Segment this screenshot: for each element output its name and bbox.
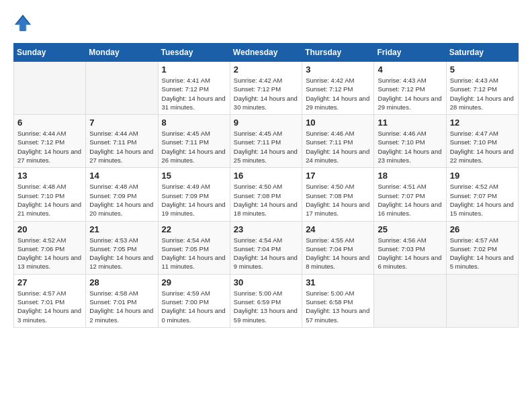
day-number: 4 <box>378 64 442 75</box>
day-number: 15 <box>162 171 226 181</box>
calendar-cell <box>446 274 518 327</box>
calendar-cell: 15Sunrise: 4:49 AM Sunset: 7:09 PM Dayli… <box>158 168 230 221</box>
day-info: Sunrise: 5:00 AM Sunset: 6:58 PM Dayligh… <box>306 289 370 324</box>
calendar-cell: 5Sunrise: 4:43 AM Sunset: 7:12 PM Daylig… <box>446 62 518 115</box>
logo-icon <box>13 13 32 32</box>
day-info: Sunrise: 4:45 AM Sunset: 7:11 PM Dayligh… <box>162 129 226 165</box>
day-info: Sunrise: 4:57 AM Sunset: 7:01 PM Dayligh… <box>17 289 82 324</box>
day-info: Sunrise: 4:46 AM Sunset: 7:10 PM Dayligh… <box>378 129 442 165</box>
calendar-cell: 21Sunrise: 4:53 AM Sunset: 7:05 PM Dayli… <box>86 221 158 274</box>
day-info: Sunrise: 4:43 AM Sunset: 7:12 PM Dayligh… <box>378 76 442 111</box>
day-number: 14 <box>89 171 154 181</box>
calendar-cell: 10Sunrise: 4:46 AM Sunset: 7:11 PM Dayli… <box>302 115 374 168</box>
calendar-cell: 20Sunrise: 4:52 AM Sunset: 7:06 PM Dayli… <box>14 221 86 274</box>
day-info: Sunrise: 4:50 AM Sunset: 7:08 PM Dayligh… <box>306 182 370 218</box>
calendar-cell: 26Sunrise: 4:57 AM Sunset: 7:02 PM Dayli… <box>446 221 518 274</box>
calendar-cell: 8Sunrise: 4:45 AM Sunset: 7:11 PM Daylig… <box>158 115 230 168</box>
day-number: 27 <box>17 277 82 287</box>
calendar-week-row: 1Sunrise: 4:41 AM Sunset: 7:12 PM Daylig… <box>14 62 519 115</box>
day-number: 10 <box>306 118 370 128</box>
day-number: 11 <box>378 118 442 128</box>
calendar-cell: 3Sunrise: 4:42 AM Sunset: 7:12 PM Daylig… <box>302 62 374 115</box>
calendar-cell: 30Sunrise: 5:00 AM Sunset: 6:59 PM Dayli… <box>230 274 302 327</box>
calendar-table: SundayMondayTuesdayWednesdayThursdayFrid… <box>13 43 519 328</box>
weekday-header-monday: Monday <box>86 44 158 62</box>
calendar-cell <box>14 62 86 115</box>
day-info: Sunrise: 4:57 AM Sunset: 7:02 PM Dayligh… <box>450 236 515 271</box>
day-number: 19 <box>450 171 515 181</box>
day-info: Sunrise: 4:44 AM Sunset: 7:12 PM Dayligh… <box>17 129 82 165</box>
calendar-cell: 11Sunrise: 4:46 AM Sunset: 7:10 PM Dayli… <box>374 115 446 168</box>
calendar-cell: 4Sunrise: 4:43 AM Sunset: 7:12 PM Daylig… <box>374 62 446 115</box>
weekday-header-thursday: Thursday <box>302 44 374 62</box>
day-number: 24 <box>306 224 370 234</box>
calendar-cell: 13Sunrise: 4:48 AM Sunset: 7:10 PM Dayli… <box>14 168 86 221</box>
day-number: 3 <box>306 64 370 75</box>
calendar-week-row: 13Sunrise: 4:48 AM Sunset: 7:10 PM Dayli… <box>14 168 519 221</box>
day-number: 5 <box>450 64 515 75</box>
calendar-cell: 16Sunrise: 4:50 AM Sunset: 7:08 PM Dayli… <box>230 168 302 221</box>
day-info: Sunrise: 4:48 AM Sunset: 7:10 PM Dayligh… <box>17 182 82 218</box>
calendar-cell: 22Sunrise: 4:54 AM Sunset: 7:05 PM Dayli… <box>158 221 230 274</box>
calendar-week-row: 20Sunrise: 4:52 AM Sunset: 7:06 PM Dayli… <box>14 221 519 274</box>
day-info: Sunrise: 4:44 AM Sunset: 7:11 PM Dayligh… <box>89 129 154 165</box>
calendar-cell: 9Sunrise: 4:45 AM Sunset: 7:11 PM Daylig… <box>230 115 302 168</box>
calendar-cell <box>86 62 158 115</box>
day-info: Sunrise: 4:42 AM Sunset: 7:12 PM Dayligh… <box>234 76 298 111</box>
day-info: Sunrise: 4:52 AM Sunset: 7:06 PM Dayligh… <box>17 236 82 271</box>
calendar-cell: 17Sunrise: 4:50 AM Sunset: 7:08 PM Dayli… <box>302 168 374 221</box>
day-info: Sunrise: 4:53 AM Sunset: 7:05 PM Dayligh… <box>89 236 154 271</box>
day-number: 7 <box>89 118 154 128</box>
calendar-cell: 28Sunrise: 4:58 AM Sunset: 7:01 PM Dayli… <box>86 274 158 327</box>
calendar-cell: 14Sunrise: 4:48 AM Sunset: 7:09 PM Dayli… <box>86 168 158 221</box>
day-info: Sunrise: 4:48 AM Sunset: 7:09 PM Dayligh… <box>89 182 154 218</box>
day-number: 12 <box>450 118 515 128</box>
calendar-cell: 24Sunrise: 4:55 AM Sunset: 7:04 PM Dayli… <box>302 221 374 274</box>
day-number: 30 <box>234 277 298 287</box>
day-info: Sunrise: 4:45 AM Sunset: 7:11 PM Dayligh… <box>234 129 298 165</box>
calendar-cell: 25Sunrise: 4:56 AM Sunset: 7:03 PM Dayli… <box>374 221 446 274</box>
calendar-cell: 6Sunrise: 4:44 AM Sunset: 7:12 PM Daylig… <box>14 115 86 168</box>
svg-marker-1 <box>16 17 30 31</box>
day-info: Sunrise: 4:43 AM Sunset: 7:12 PM Dayligh… <box>450 76 515 111</box>
page-header <box>13 13 519 32</box>
day-number: 17 <box>306 171 370 181</box>
day-number: 23 <box>234 224 298 234</box>
day-number: 13 <box>17 171 82 181</box>
day-info: Sunrise: 4:41 AM Sunset: 7:12 PM Dayligh… <box>162 76 226 111</box>
day-info: Sunrise: 4:47 AM Sunset: 7:10 PM Dayligh… <box>450 129 515 165</box>
day-info: Sunrise: 4:58 AM Sunset: 7:01 PM Dayligh… <box>89 289 154 324</box>
calendar-cell: 19Sunrise: 4:52 AM Sunset: 7:07 PM Dayli… <box>446 168 518 221</box>
weekday-header-tuesday: Tuesday <box>158 44 230 62</box>
day-number: 26 <box>450 224 515 234</box>
day-number: 9 <box>234 118 298 128</box>
day-info: Sunrise: 4:54 AM Sunset: 7:05 PM Dayligh… <box>162 236 226 271</box>
day-info: Sunrise: 4:52 AM Sunset: 7:07 PM Dayligh… <box>450 182 515 218</box>
day-number: 29 <box>162 277 226 287</box>
day-number: 8 <box>162 118 226 128</box>
day-info: Sunrise: 4:42 AM Sunset: 7:12 PM Dayligh… <box>306 76 370 111</box>
day-info: Sunrise: 4:55 AM Sunset: 7:04 PM Dayligh… <box>306 236 370 271</box>
day-info: Sunrise: 4:54 AM Sunset: 7:04 PM Dayligh… <box>234 236 298 271</box>
day-number: 25 <box>378 224 442 234</box>
day-number: 2 <box>234 64 298 75</box>
weekday-header-sunday: Sunday <box>14 44 86 62</box>
day-number: 21 <box>89 224 154 234</box>
calendar-cell <box>374 274 446 327</box>
day-info: Sunrise: 4:49 AM Sunset: 7:09 PM Dayligh… <box>162 182 226 218</box>
day-number: 28 <box>89 277 154 287</box>
logo <box>13 13 34 32</box>
day-info: Sunrise: 4:46 AM Sunset: 7:11 PM Dayligh… <box>306 129 370 165</box>
day-number: 20 <box>17 224 82 234</box>
day-info: Sunrise: 4:50 AM Sunset: 7:08 PM Dayligh… <box>234 182 298 218</box>
weekday-header-wednesday: Wednesday <box>230 44 302 62</box>
calendar-cell: 29Sunrise: 4:59 AM Sunset: 7:00 PM Dayli… <box>158 274 230 327</box>
day-number: 22 <box>162 224 226 234</box>
day-number: 18 <box>378 171 442 181</box>
weekday-header-friday: Friday <box>374 44 446 62</box>
calendar-cell: 2Sunrise: 4:42 AM Sunset: 7:12 PM Daylig… <box>230 62 302 115</box>
calendar-cell: 1Sunrise: 4:41 AM Sunset: 7:12 PM Daylig… <box>158 62 230 115</box>
calendar-week-row: 27Sunrise: 4:57 AM Sunset: 7:01 PM Dayli… <box>14 274 519 327</box>
calendar-header-row: SundayMondayTuesdayWednesdayThursdayFrid… <box>14 44 519 62</box>
day-number: 6 <box>17 118 82 128</box>
